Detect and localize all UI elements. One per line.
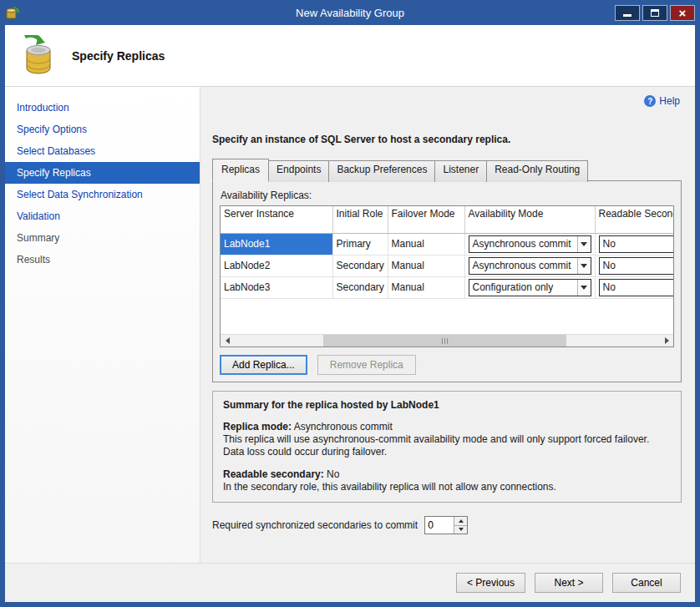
column-readable-secondary: Readable Secondary — [595, 206, 674, 233]
cell-failover-mode: Manual — [388, 255, 464, 276]
cell-failover-mode: Manual — [388, 276, 464, 298]
chevron-down-icon — [459, 528, 464, 531]
scrollbar-track[interactable] — [234, 335, 660, 346]
replica-mode-label: Replica mode: — [223, 421, 292, 432]
tab-listener[interactable]: Listener — [434, 160, 487, 182]
column-initial-role: Initial Role — [332, 206, 388, 233]
readable-secondary-label: Readable secondary: — [223, 468, 324, 480]
availability-replicas-label: Availability Replicas: — [221, 190, 674, 201]
remove-replica-button: Remove Replica — [317, 355, 416, 375]
new-availability-group-window: New Availability Group × Specify Replica… — [0, 0, 700, 607]
replicas-tab-panel: Availability Replicas: Server Instance I… — [212, 180, 682, 382]
cell-initial-role: Secondary — [332, 255, 388, 276]
cell-availability-mode: Asynchronous commit — [464, 233, 595, 255]
readable-secondary-select[interactable]: No — [599, 257, 675, 275]
main-panel: ? Help Specify an instance of SQL Server… — [200, 87, 695, 563]
titlebar: New Availability Group × — [0, 0, 700, 25]
sidebar-item-results: Results — [5, 249, 200, 271]
spinner-down-button[interactable] — [454, 525, 467, 534]
readable-secondary-select[interactable]: No — [599, 235, 675, 253]
cell-server-instance[interactable]: LabNode2 — [221, 255, 332, 276]
window-title: New Availability Group — [0, 7, 700, 19]
cancel-button[interactable]: Cancel — [612, 573, 681, 593]
page-title: Specify Replicas — [72, 49, 165, 63]
sidebar-item-introduction[interactable]: Introduction — [5, 97, 200, 119]
column-server-instance: Server Instance — [221, 206, 332, 233]
cell-readable-secondary: No — [595, 233, 674, 255]
maximize-icon — [651, 9, 659, 17]
column-availability-mode: Availability Mode — [464, 206, 595, 233]
help-link[interactable]: ? Help — [644, 95, 680, 107]
chevron-down-icon — [577, 258, 591, 274]
table-row[interactable]: LabNode1 Primary Manual Asynchronous com… — [221, 233, 674, 255]
tab-backup-preferences[interactable]: Backup Preferences — [328, 160, 435, 182]
next-button[interactable]: Next > — [535, 573, 603, 593]
wizard-steps-sidebar: Introduction Specify Options Select Data… — [5, 87, 200, 563]
horizontal-scrollbar[interactable] — [221, 334, 673, 346]
app-icon — [5, 5, 20, 20]
instruction-text: Specify an instance of SQL Server to hos… — [212, 134, 682, 145]
help-icon: ? — [644, 95, 656, 107]
tab-read-only-routing[interactable]: Read-Only Routing — [486, 160, 588, 182]
sidebar-item-validation[interactable]: Validation — [5, 205, 200, 227]
chevron-up-icon — [459, 519, 464, 523]
cell-server-instance[interactable]: LabNode3 — [221, 276, 332, 298]
minimize-button[interactable] — [615, 5, 640, 21]
cell-initial-role: Secondary — [332, 276, 388, 298]
readable-secondary-value: No — [327, 468, 339, 480]
sidebar-item-select-databases[interactable]: Select Databases — [5, 140, 200, 162]
spinner-up-button[interactable] — [454, 517, 467, 525]
sidebar-item-summary: Summary — [5, 227, 200, 249]
scroll-right-icon — [665, 337, 669, 344]
chevron-down-icon — [577, 280, 591, 296]
cell-readable-secondary: No — [595, 276, 674, 298]
grid-header-row: Server Instance Initial Role Failover Mo… — [221, 206, 674, 233]
scroll-left-button[interactable] — [221, 335, 234, 346]
help-label: Help — [659, 95, 680, 107]
close-button[interactable]: × — [670, 5, 695, 21]
maximize-button[interactable] — [642, 5, 667, 21]
replica-summary-panel: Summary for the replica hosted by LabNod… — [212, 391, 682, 503]
required-secondaries-stepper — [424, 516, 468, 534]
tab-replicas[interactable]: Replicas — [212, 159, 269, 181]
add-replica-button[interactable]: Add Replica... — [220, 355, 307, 375]
sidebar-item-select-data-synchronization[interactable]: Select Data Synchronization — [5, 184, 200, 205]
replicas-grid: Server Instance Initial Role Failover Mo… — [220, 205, 674, 347]
wizard-footer: < Previous Next > Cancel — [5, 563, 695, 602]
close-icon: × — [679, 7, 687, 19]
sidebar-item-specify-replicas[interactable]: Specify Replicas — [5, 162, 200, 184]
readable-secondary-select[interactable]: No — [599, 279, 675, 296]
availability-mode-select[interactable]: Asynchronous commit — [469, 235, 591, 253]
table-row[interactable]: LabNode3 Secondary Manual Configuration … — [221, 276, 674, 298]
column-failover-mode: Failover Mode — [388, 206, 464, 233]
chevron-down-icon — [577, 236, 591, 252]
tab-endpoints[interactable]: Endpoints — [268, 160, 329, 182]
minimize-icon — [623, 14, 632, 17]
cell-availability-mode: Configuration only — [464, 276, 595, 298]
replica-mode-value: Asynchronous commit — [294, 421, 393, 432]
scroll-right-button[interactable] — [660, 335, 673, 346]
cell-availability-mode: Asynchronous commit — [464, 255, 595, 276]
scroll-left-icon — [226, 337, 230, 344]
cell-server-instance[interactable]: LabNode1 — [221, 233, 332, 255]
scrollbar-thumb[interactable] — [323, 335, 566, 346]
availability-group-icon — [18, 35, 57, 77]
wizard-header: Specify Replicas — [5, 25, 695, 87]
sidebar-item-specify-options[interactable]: Specify Options — [5, 119, 200, 140]
required-secondaries-label: Required synchronized secondaries to com… — [212, 519, 418, 531]
readable-secondary-description: In the secondary role, this availability… — [223, 481, 671, 493]
cell-failover-mode: Manual — [388, 233, 464, 255]
availability-mode-select[interactable]: Asynchronous commit — [469, 257, 591, 275]
summary-title: Summary for the replica hosted by LabNod… — [223, 399, 671, 411]
cell-readable-secondary: No — [595, 255, 674, 276]
cell-initial-role: Primary — [332, 233, 388, 255]
tab-strip: Replicas Endpoints Backup Preferences Li… — [212, 159, 682, 180]
table-row[interactable]: LabNode2 Secondary Manual Asynchronous c… — [221, 255, 674, 276]
previous-button[interactable]: < Previous — [456, 573, 525, 593]
replica-mode-description: This replica will use asynchronous-commi… — [223, 433, 671, 458]
availability-mode-select[interactable]: Configuration only — [469, 279, 591, 296]
required-secondaries-input[interactable] — [425, 517, 454, 534]
